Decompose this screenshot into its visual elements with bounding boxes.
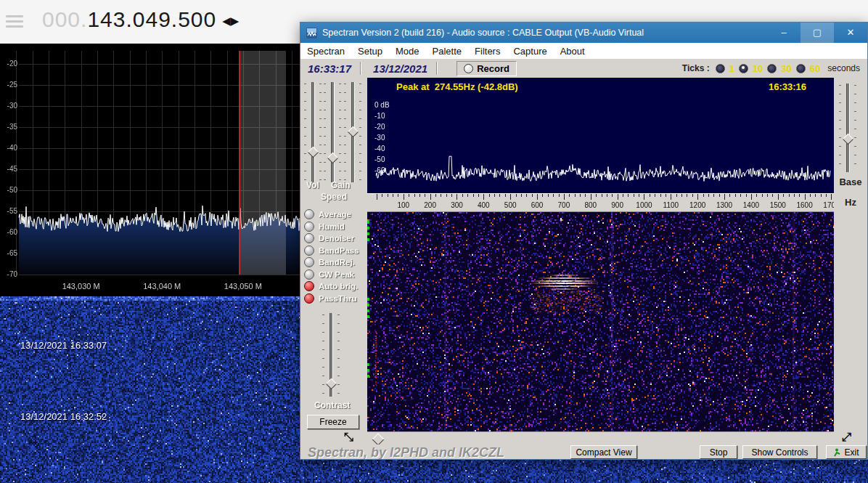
vol-slider[interactable]: [304, 82, 322, 182]
filter-cwpeak[interactable]: CW Peak: [304, 269, 367, 281]
slider-ticks: [324, 84, 326, 181]
slider-ticks: [839, 85, 841, 171]
slider-track[interactable]: [331, 82, 335, 182]
filter-toggles: Average Humid Denoiser BandPass BandRej.…: [304, 208, 367, 304]
vol-slider-thumb[interactable]: [308, 147, 319, 158]
ticks-60-radio[interactable]: [796, 64, 806, 73]
frequency-value[interactable]: 143.049.500: [87, 7, 216, 31]
menu-item-palette[interactable]: Palette: [426, 46, 468, 57]
bandrej-led-icon[interactable]: [304, 257, 314, 267]
gain-slider-thumb[interactable]: [327, 153, 339, 164]
slider-ticks: [319, 84, 322, 181]
menu-item-setup[interactable]: Setup: [351, 46, 389, 57]
filter-label: Denoiser: [319, 234, 354, 243]
slider-ticks: [339, 84, 341, 181]
speed-slider[interactable]: [344, 82, 361, 182]
filter-average[interactable]: Average: [304, 208, 367, 221]
ticks-10-label[interactable]: 10: [753, 63, 763, 74]
record-radio-icon[interactable]: [464, 64, 473, 73]
contrast-slider-thumb[interactable]: [326, 378, 337, 390]
denoiser-led-icon[interactable]: [304, 233, 314, 243]
freeze-button[interactable]: Freeze: [307, 415, 359, 429]
slider-ticks: [359, 84, 361, 181]
menu-item-about[interactable]: About: [554, 46, 591, 57]
ticks-group: Ticks : 1 10 30 60 seconds: [682, 63, 860, 74]
ticks-10-radio[interactable]: [739, 64, 748, 73]
speed-slider-thumb[interactable]: [348, 126, 359, 138]
base-slider-thumb[interactable]: [843, 133, 854, 145]
window-title: Spectran Version 2 (build 216) - Audio s…: [322, 28, 767, 38]
filter-bandrej[interactable]: BandRej.: [304, 256, 367, 269]
filter-label: Humid: [319, 222, 345, 231]
slider-ticks: [337, 314, 340, 395]
filter-passthru[interactable]: PassThru: [304, 293, 367, 305]
filter-label: PassThru: [319, 294, 356, 303]
slider-track[interactable]: [311, 82, 315, 182]
speed-label: Speed: [321, 192, 347, 202]
filter-bandpass[interactable]: BandPass: [304, 245, 367, 257]
filter-label: BandRej.: [319, 258, 355, 267]
bandpass-led-icon[interactable]: [304, 245, 314, 256]
base-slider[interactable]: [839, 84, 856, 172]
ticks-30-radio[interactable]: [767, 64, 777, 73]
menu-item-spectran[interactable]: Spectran: [300, 46, 351, 57]
exit-button[interactable]: Exit: [826, 445, 867, 459]
filter-autobrig[interactable]: Auto brig.: [304, 280, 367, 293]
frequency-ruler-canvas: [367, 193, 835, 212]
slider-ticks: [322, 314, 324, 395]
horizontal-scrollbar[interactable]: [367, 431, 835, 446]
maximize-button[interactable]: ▢: [801, 23, 834, 43]
filter-label: Auto brig.: [319, 282, 358, 291]
ticks-label: Ticks :: [682, 63, 710, 73]
minimize-button[interactable]: –: [767, 23, 801, 43]
base-label: Base: [834, 176, 867, 187]
record-control[interactable]: Record: [456, 61, 517, 76]
filter-label: BandPass: [319, 246, 359, 255]
cwpeak-led-icon[interactable]: [304, 269, 314, 280]
passthru-led-icon[interactable]: [304, 293, 314, 304]
filter-denoiser[interactable]: Denoiser: [304, 232, 367, 245]
ticks-30-label[interactable]: 30: [781, 63, 791, 74]
show-controls-button[interactable]: Show Controls: [742, 445, 817, 459]
scroll-left-icon[interactable]: ⤡: [344, 431, 353, 443]
autobrig-led-icon[interactable]: [304, 281, 314, 291]
compact-view-button[interactable]: Compact View: [570, 445, 637, 459]
average-led-icon[interactable]: [304, 209, 314, 219]
menu-item-filters[interactable]: Filters: [468, 46, 507, 57]
scrollbar-thumb[interactable]: [372, 434, 385, 446]
exit-icon: [833, 448, 841, 457]
frequency-leading-zeros: 000.: [42, 7, 87, 31]
menu-item-mode[interactable]: Mode: [389, 46, 426, 57]
seconds-label: seconds: [827, 63, 860, 73]
hz-label: Hz: [834, 197, 867, 208]
gain-slider[interactable]: [324, 82, 341, 182]
slider-track[interactable]: [846, 84, 850, 172]
ticks-1-label[interactable]: 1: [729, 63, 734, 74]
close-button[interactable]: ✕: [834, 23, 867, 43]
frequency-display[interactable]: 000.143.049.500◀▶: [42, 7, 239, 32]
filter-humid[interactable]: Humid: [304, 221, 367, 233]
menu-icon[interactable]: [6, 12, 25, 31]
freq-step-down-icon[interactable]: ◀: [222, 15, 231, 27]
contrast-label: Contrast: [314, 400, 350, 410]
credit-text: Spectran, by I2PHD and IK2CZL: [308, 445, 504, 460]
waterfall-timestamp: 13/12/2021 16:32:52: [20, 411, 107, 422]
slider-ticks: [854, 85, 856, 171]
rf-spectrum-canvas[interactable]: [0, 44, 300, 296]
scroll-right-icon[interactable]: ⤢: [842, 431, 851, 443]
stop-label: Stop: [710, 447, 728, 458]
ticks-1-radio[interactable]: [716, 64, 725, 73]
peak-readout: Peak at 274.55Hz (-42.8dB): [396, 81, 518, 92]
stop-button[interactable]: Stop: [700, 445, 737, 459]
title-bar[interactable]: Spectran Version 2 (build 216) - Audio s…: [300, 23, 867, 43]
freq-step-up-icon[interactable]: ▶: [231, 15, 239, 27]
clock: 16:33:17: [308, 62, 351, 75]
show-controls-label: Show Controls: [751, 447, 808, 458]
slider-ticks: [344, 84, 346, 181]
rf-waterfall-canvas[interactable]: [0, 296, 300, 483]
ticks-60-label[interactable]: 60: [810, 63, 820, 74]
filter-label: Average: [319, 210, 351, 219]
contrast-slider[interactable]: [322, 313, 340, 397]
menu-item-capture[interactable]: Capture: [507, 46, 553, 57]
humid-led-icon[interactable]: [304, 222, 314, 232]
